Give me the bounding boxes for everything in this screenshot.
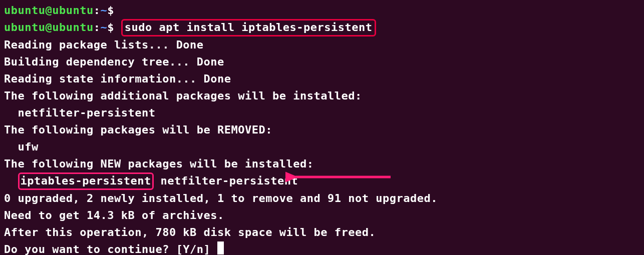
package-highlight: iptables-persistent	[18, 172, 154, 190]
prompt-path: ~	[100, 4, 107, 16]
prompt-dollar: $	[107, 21, 114, 34]
command-highlight: sudo apt install iptables-persistent	[121, 19, 376, 36]
prompt-colon: :	[94, 21, 101, 34]
output-line: 0 upgraded, 2 newly installed, 1 to remo…	[4, 190, 640, 207]
output-line: Need to get 14.3 kB of archives.	[4, 207, 640, 224]
continue-prompt-text: Do you want to continue? [Y/n]	[4, 243, 217, 255]
cursor-icon	[217, 242, 224, 254]
output-line: netfilter-persistent	[4, 104, 640, 122]
prompt-line-empty: ubuntu@ubuntu:~$	[4, 2, 640, 19]
output-line: Reading state information... Done	[4, 70, 640, 88]
prompt-line-command: ubuntu@ubuntu:~$ sudo apt install iptabl…	[4, 19, 640, 36]
prompt-user: ubuntu@ubuntu	[4, 21, 94, 34]
output-line: The following NEW packages will be insta…	[4, 156, 640, 172]
prompt-user: ubuntu@ubuntu	[4, 4, 94, 16]
output-line: The following packages will be REMOVED:	[4, 122, 640, 138]
output-line: The following additional packages will b…	[4, 88, 640, 104]
output-line: Building dependency tree... Done	[4, 54, 640, 70]
prompt-colon: :	[94, 4, 101, 16]
output-line: After this operation, 780 kB disk space …	[4, 224, 640, 241]
prompt-path: ~	[100, 21, 107, 34]
output-line: Reading package lists... Done	[4, 36, 640, 54]
output-prompt-continue[interactable]: Do you want to continue? [Y/n]	[4, 241, 640, 255]
prompt-dollar: $	[107, 4, 114, 16]
output-line: ufw	[4, 138, 640, 156]
output-line-packages: iptables-persistent netfilter-persistent	[4, 172, 640, 190]
package-text: netfilter-persistent	[154, 174, 298, 187]
